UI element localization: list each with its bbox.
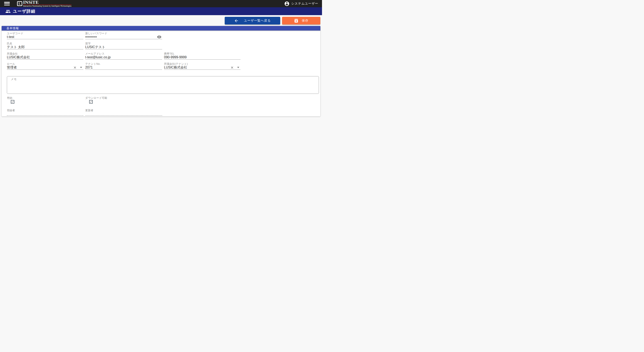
surname-input[interactable] [85, 45, 162, 49]
role-label: ロール [7, 62, 83, 65]
tenant-no-label: テナントNo. [85, 62, 162, 65]
new-password-field-group: 新しいパスワード [85, 32, 162, 39]
company-label: 所属会社 [7, 52, 83, 55]
save-icon [294, 18, 298, 23]
surname-field-group: 苗字 [85, 42, 162, 49]
enabled-label: 有効 [7, 96, 83, 99]
check-icon [90, 100, 92, 103]
chevron-down-icon[interactable] [237, 67, 239, 68]
registrant-field-group: 登録者 [7, 109, 83, 116]
top-bar: L INSiTE Interactive Nominating System b… [0, 0, 322, 7]
account-circle-icon [284, 1, 290, 6]
company-input[interactable] [7, 55, 83, 59]
user-code-input[interactable] [7, 35, 83, 39]
page-header: ユーザ詳細 [0, 7, 322, 15]
back-button-label: ユーザ一覧へ戻る [244, 19, 271, 23]
enabled-checkbox[interactable] [11, 100, 14, 104]
app-logo: L INSiTE Interactive Nominating System b… [17, 0, 72, 7]
email-label: メールアドレス [85, 52, 162, 55]
downloadable-label: ダウンロード可能 [85, 96, 162, 99]
downloadable-field-group: ダウンロード可能 [85, 96, 162, 104]
current-user-menu[interactable]: システムユーザー [284, 1, 318, 6]
current-user-label: システムユーザー [291, 2, 318, 5]
logo-title: INSiTE [23, 0, 72, 4]
section-title: 基本情報 [2, 26, 320, 30]
user-code-field-group: ユーザコード [7, 32, 83, 39]
user-code-label: ユーザコード [7, 32, 83, 35]
tenant-company-field-group: 所属会社(テナント) [164, 62, 240, 70]
email-field-group: メールアドレス [85, 52, 162, 60]
memo-field-group: メモ [7, 76, 319, 94]
logo-mark-icon: L [17, 1, 22, 6]
check-icon [11, 100, 14, 103]
tenant-no-input[interactable] [85, 65, 162, 70]
registrant-input [7, 112, 83, 116]
surname-label: 苗字 [85, 42, 162, 45]
email-input[interactable] [85, 55, 162, 59]
page-title: ユーザ詳細 [13, 8, 35, 14]
memo-textarea[interactable] [7, 76, 319, 94]
menu-icon[interactable] [4, 2, 10, 5]
people-icon [6, 9, 10, 14]
company-field-group: 所属会社 [7, 52, 83, 60]
downloadable-checkbox[interactable] [89, 100, 93, 104]
updater-field-group: 更新者 [85, 109, 162, 116]
enabled-field-group: 有効 [7, 96, 83, 104]
arrow-back-icon [234, 18, 239, 23]
mobile-tel-input[interactable] [164, 55, 240, 59]
new-password-label: 新しいパスワード [85, 32, 162, 35]
role-select-input[interactable] [7, 65, 74, 70]
back-to-user-list-button[interactable]: ユーザ一覧へ戻る [225, 17, 280, 24]
chevron-down-icon[interactable] [80, 67, 82, 68]
tenant-company-label: 所属会社(テナント) [164, 62, 240, 65]
updater-input [85, 112, 162, 116]
save-button[interactable]: 保存 [282, 17, 320, 24]
user-detail-form: ユーザコード 新しいパスワード 氏名 [2, 30, 320, 116]
role-field-group: ロール [7, 62, 83, 70]
tenant-no-field-group: テナントNo. [85, 62, 162, 70]
clear-icon[interactable] [74, 66, 76, 69]
name-label: 氏名 [7, 42, 83, 45]
tenant-company-select-input[interactable] [164, 65, 230, 70]
action-bar: ユーザ一覧へ戻る 保存 [0, 15, 322, 24]
new-password-input[interactable] [85, 35, 156, 39]
clear-icon[interactable] [230, 66, 234, 69]
save-button-label: 保存 [302, 19, 308, 23]
visibility-icon[interactable] [157, 35, 162, 39]
mobile-tel-label: 携帯TEL [164, 52, 240, 55]
logo-subtitle: Interactive Nominating System by Intelli… [23, 5, 72, 7]
mobile-tel-field-group: 携帯TEL [164, 52, 240, 60]
name-field-group: 氏名 [7, 42, 83, 49]
name-input[interactable] [7, 45, 83, 49]
basic-info-card: 基本情報 ユーザコード 新しいパスワード [2, 26, 320, 116]
